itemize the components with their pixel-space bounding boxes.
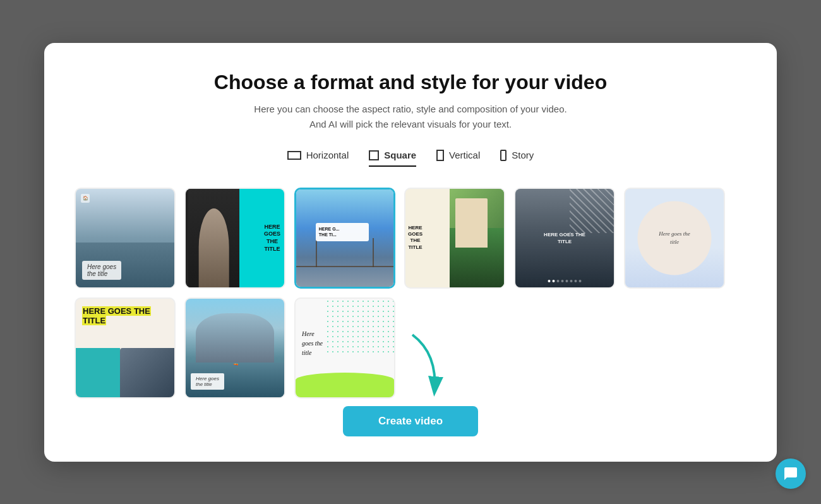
- bottom-section: Create video: [75, 401, 746, 436]
- template-card-6[interactable]: Here goes thetitle: [624, 188, 725, 289]
- template-card-3[interactable]: HERE G...THE TI...: [294, 188, 395, 289]
- card6-circle: Here goes thetitle: [638, 201, 712, 275]
- template-card-1[interactable]: 🏠 Here goesthe title: [75, 188, 176, 289]
- tab-horizontal-label: Horizontal: [306, 150, 349, 160]
- template-card-5[interactable]: HERE GOES THETITLE: [514, 188, 615, 289]
- modal-overlay: Choose a format and style for your video…: [0, 0, 821, 504]
- card4-title: HEREGOESTHETITLE: [408, 225, 422, 251]
- card1-icon: 🏠: [81, 194, 90, 203]
- template-card-4[interactable]: HEREGOESTHETITLE: [404, 188, 505, 289]
- card6-title: Here goes thetitle: [659, 229, 690, 246]
- card9-blob: [296, 373, 394, 397]
- vertical-icon: [436, 150, 444, 161]
- tab-story[interactable]: Story: [500, 150, 534, 167]
- card1-title: Here goesthe title: [82, 261, 121, 280]
- card9-dots: [325, 299, 394, 353]
- tab-square-label: Square: [384, 150, 416, 160]
- tab-vertical-label: Vertical: [449, 150, 480, 160]
- story-icon: [500, 150, 506, 161]
- card5-title: HERE GOES THETITLE: [544, 231, 585, 244]
- tab-horizontal[interactable]: Horizontal: [287, 150, 349, 167]
- template-card-7[interactable]: HERE GOES THE TITLE: [75, 297, 176, 399]
- tab-square[interactable]: Square: [369, 150, 416, 167]
- modal-subtitle-line1: Here you can choose the aspect ratio, st…: [75, 102, 746, 117]
- horizontal-icon: [287, 151, 301, 160]
- card2-person: [188, 189, 239, 287]
- chat-button[interactable]: [776, 459, 806, 489]
- card9-title: Heregoes thetitle: [302, 328, 323, 357]
- template-card-8[interactable]: 🚤 Here goesthe title: [184, 297, 285, 399]
- card7-photo: [120, 348, 174, 397]
- card8-boat: 🚤: [233, 361, 239, 366]
- card5-dots: [548, 280, 582, 282]
- card8-title: Here goesthe title: [191, 373, 224, 390]
- card7-teal: [76, 348, 120, 397]
- card3-pillar: [316, 238, 317, 267]
- arrow-icon: [400, 328, 463, 411]
- modal-title: Choose a format and style for your video: [75, 71, 746, 94]
- format-tabs: Horizontal Square Vertical Story: [75, 150, 746, 167]
- template-card-9[interactable]: Heregoes thetitle: [294, 297, 395, 399]
- tab-vertical[interactable]: Vertical: [436, 150, 480, 167]
- card3-pillar2: [373, 238, 374, 267]
- template-row-1: 🏠 Here goesthe title HEREGOESTHETITLE: [75, 188, 746, 289]
- card4-photo: [450, 189, 504, 287]
- card3-title-box: HERE G...THE TI...: [316, 223, 369, 241]
- tab-story-label: Story: [512, 150, 534, 160]
- create-video-area: Create video: [343, 401, 478, 436]
- card2-title: HEREGOESTHETITLE: [264, 223, 280, 253]
- card7-title: HERE GOES THE TITLE: [82, 306, 151, 326]
- card8-mountain: [196, 313, 275, 363]
- card5-lines: [570, 189, 614, 233]
- square-icon: [369, 150, 379, 160]
- chat-icon: [783, 466, 798, 481]
- card3-bridge: [296, 266, 393, 267]
- modal-subtitle-line2: And AI will pick the relevant visuals fo…: [75, 117, 746, 132]
- template-card-2[interactable]: HEREGOESTHETITLE: [184, 188, 285, 289]
- create-video-button[interactable]: Create video: [343, 406, 478, 436]
- modal: Choose a format and style for your video…: [44, 43, 777, 462]
- modal-header: Choose a format and style for your video…: [75, 71, 746, 132]
